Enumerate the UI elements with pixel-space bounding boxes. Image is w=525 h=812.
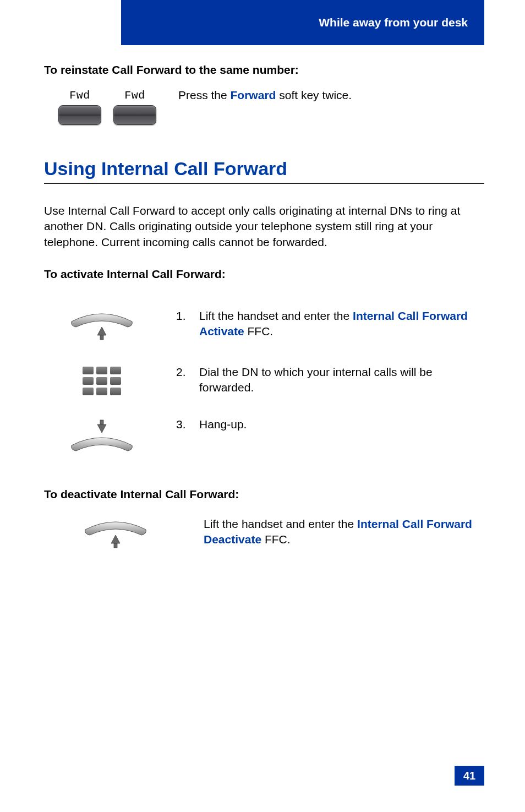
keypad-icon xyxy=(44,364,160,395)
section-heading: Using Internal Call Forward xyxy=(44,158,484,184)
deactivate-heading: To deactivate Internal Call Forward: xyxy=(44,488,484,501)
step-2-body: Dial the DN to which your internal calls… xyxy=(199,364,484,396)
step-row-2: 2. Dial the DN to which your internal ca… xyxy=(44,364,484,396)
step-1-body: Lift the handset and enter the Internal … xyxy=(199,308,484,340)
reinstate-text-post: soft key twice. xyxy=(276,89,352,101)
step-2-text: 2. Dial the DN to which your internal ca… xyxy=(176,364,484,396)
svg-rect-1 xyxy=(100,420,103,424)
step-3-text: 3. Hang-up. xyxy=(176,417,484,432)
step-2-number: 2. xyxy=(176,364,192,396)
softkey-label-1: Fwd xyxy=(69,89,90,102)
softkey-label-2: Fwd xyxy=(124,89,145,102)
svg-rect-0 xyxy=(100,335,103,340)
svg-rect-2 xyxy=(114,543,117,548)
step-row-1: 1. Lift the handset and enter the Intern… xyxy=(44,308,484,344)
softkey-group-container: Fwd Fwd xyxy=(44,86,156,125)
softkey-button-icon xyxy=(58,105,101,125)
header-bar: While away from your desk xyxy=(121,0,484,45)
page-content: To reinstate Call Forward to the same nu… xyxy=(44,63,484,573)
reinstate-heading: To reinstate Call Forward to the same nu… xyxy=(44,63,484,77)
step-1-number: 1. xyxy=(176,308,192,340)
step-3-number: 3. xyxy=(176,417,192,432)
softkey-2: Fwd xyxy=(113,89,156,125)
deactivate-body: Lift the handset and enter the Internal … xyxy=(204,516,484,548)
softkey-button-icon xyxy=(113,105,156,125)
deactivate-row: Lift the handset and enter the Internal … xyxy=(44,516,484,552)
reinstate-row: Fwd Fwd Press the Forward soft key twice… xyxy=(44,86,484,125)
deactivate-text: Lift the handset and enter the Internal … xyxy=(204,516,484,548)
lift-handset-icon xyxy=(44,308,160,344)
softkey-1: Fwd xyxy=(58,89,101,125)
step-row-3: 3. Hang-up. xyxy=(44,417,484,457)
step-3-body: Hang-up. xyxy=(199,417,247,432)
reinstate-text-bold: Forward xyxy=(231,89,276,101)
reinstate-text-pre: Press the xyxy=(178,89,231,101)
header-title: While away from your desk xyxy=(319,16,468,29)
reinstate-instruction: Press the Forward soft key twice. xyxy=(178,86,484,103)
hangup-icon xyxy=(44,417,160,457)
lift-handset-icon-2 xyxy=(44,516,187,552)
page-number: 41 xyxy=(455,766,484,786)
activate-heading: To activate Internal Call Forward: xyxy=(44,268,484,281)
section-intro: Use Internal Call Forward to accept only… xyxy=(44,203,484,250)
step-1-text: 1. Lift the handset and enter the Intern… xyxy=(176,308,484,340)
